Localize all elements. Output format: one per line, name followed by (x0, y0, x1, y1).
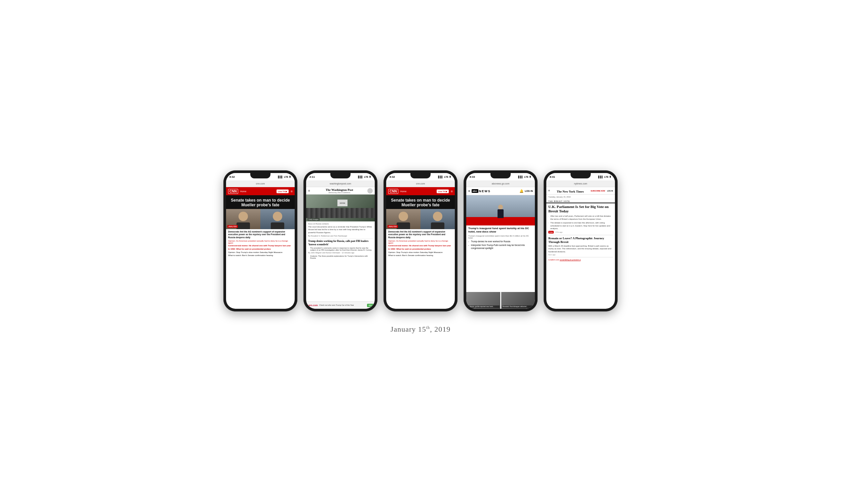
body-left-1 (237, 222, 250, 229)
cnn-1992-label-1: In 1992: (228, 248, 236, 250)
signal-icon-2: ▌▌▌ (358, 176, 363, 178)
wapo-logo-area: The Washington Post Democracy Dies in Da… (311, 188, 367, 194)
wapo-second-story: Trump denies working for Russia, calls p… (308, 238, 373, 259)
status-icons-4: ▌▌▌ LTE ▮ (518, 175, 531, 178)
cnn-opinion2-1: Opinion: Stop Trump's slow motion Saturd… (228, 251, 293, 254)
abc-figure (497, 205, 504, 218)
cnn-menu-icon-1[interactable]: ≡ (291, 190, 293, 193)
status-time-1: 8:32 (229, 175, 235, 178)
cnn-home-2[interactable]: Home (400, 190, 435, 193)
date-caption: January 15th, 2019 (391, 325, 450, 334)
abc-logo: abc NEWS (471, 189, 518, 193)
status-time-3: 8:32 (390, 175, 395, 178)
analysis-badge-1: ANALYSIS (227, 225, 238, 228)
cnn-home-1[interactable]: Home (240, 190, 275, 193)
address-bar-1[interactable]: cnn.com (226, 180, 295, 187)
address-bar-4[interactable]: abcnews.go.com (466, 180, 535, 187)
cnn-opinion-link-2[interactable]: Opinion: An American president actually … (388, 240, 453, 244)
phone-screen-cnn-1: 8:32 ▌▌▌ LTE ▮ cnn.com CNN Home Live TV … (226, 173, 295, 309)
cnn-memo-text-2: He shared one with Trump lawyers last ye… (409, 245, 451, 247)
cnn-content-2: Democrats fret the AG nominee's support … (386, 229, 455, 309)
nyt-date-bar: Tuesday, January 15, 2019 (546, 195, 615, 199)
nyt-login-btn[interactable]: LOG IN (607, 190, 613, 192)
nyt-divider-1 (548, 235, 613, 235)
abc-thumb-row: Explosion, gunfire reported near hotel..… (466, 292, 535, 309)
abc-log-in-btn[interactable]: LOG IN (525, 190, 533, 192)
wapo-ad-bar: cars.com Check out who won Trump Car of … (306, 301, 375, 309)
abc-thumb-caption-2: Revealed: How kidnapper abducted... (502, 305, 534, 308)
cnn-memo-label-1: Controversial memo: (228, 245, 248, 247)
abc-headline: Trump's inaugural fund spent lavishly at… (468, 227, 533, 234)
battery-icon-3: ▮ (449, 175, 451, 178)
nyt-time-1: 17m ago (555, 231, 563, 233)
lte-icon-3: LTE (444, 176, 448, 178)
status-bar-5: 8:41 ▌▌▌ LTE ▮ (546, 173, 615, 180)
leaders-are-text: Leaders are (548, 259, 559, 261)
status-time-4: 8:33 (469, 175, 475, 178)
nyt-bullet-2: The debate is expected to end late this … (548, 221, 613, 230)
cnn-hero-text-2: Senate takes on man to decide Mueller pr… (386, 195, 455, 209)
nyt-main-headline: U.K. Parliament Is Set for Big Vote on B… (548, 205, 613, 213)
cnn-memo-label-2: Controversial memo: (388, 245, 408, 247)
battery-icon-2: ▮ (370, 175, 371, 178)
cnn-article-body-2: Democrats fret the AG nominee's support … (388, 231, 453, 239)
person-right-2 (420, 209, 455, 229)
cnn-1992-1: In 1992: What he said on presidential pr… (228, 248, 293, 251)
abc-nav: ≡ abc NEWS 🔔 LOG IN (466, 187, 535, 195)
cnn-watch-2: What to watch: Barr's Senate confirmatio… (388, 254, 453, 257)
cnn-memo-1: Controversial memo: He shared one with T… (228, 245, 293, 247)
address-bar-2[interactable]: washingtonpost.com (306, 180, 375, 187)
abc-bell-icon[interactable]: 🔔 (519, 189, 524, 193)
wapo-body: The court documents serve as a reminder … (308, 226, 373, 234)
phone-cnn-1: 8:32 ▌▌▌ LTE ▮ cnn.com CNN Home Live TV … (223, 170, 297, 311)
abc-badge: abc (471, 189, 478, 193)
nyt-leaders-text: Leaders are scrambling to prevent a (548, 259, 613, 261)
wapo-nav: ≡ The Washington Post Democracy Dies in … (306, 187, 375, 195)
phone-cnn-2: 8:32 ▌▌▌ LTE ▮ cnn.com CNN Home Live TV … (383, 170, 458, 311)
abc-bullet-2: Interpreter from Trump-Putin summit may … (468, 244, 533, 250)
date-text: January 15 (391, 325, 426, 333)
cnn-live-tv-2[interactable]: Live TV ▶ (437, 190, 449, 193)
lte-icon-5: LTE (604, 176, 608, 178)
phone-screen-nyt: 8:41 ▌▌▌ LTE ▮ nytimes.com ≡ The New Yor… (546, 173, 615, 309)
abc-red-carpet (466, 217, 535, 226)
abc-menu-icon[interactable]: ≡ (468, 189, 470, 193)
wapo-avatar[interactable] (367, 188, 373, 194)
cnn-logo-1: CNN (228, 189, 238, 194)
wapo-bullet: Analysis: The three possible explanation… (308, 255, 373, 259)
wapo-second-body: The president's comments came in respons… (308, 247, 373, 251)
cnn-watch-1: What to watch: Barr's Senate confirmatio… (228, 254, 293, 257)
person-right-1 (260, 209, 295, 229)
nyt-date: Tuesday, January 15, 2019 (548, 196, 570, 198)
wapo-ad-text: Check out who won Trump Car of the Year (319, 304, 366, 306)
cnn-menu-icon-2[interactable]: ≡ (451, 190, 453, 193)
cnn-hero-img-1: ANALYSIS (226, 209, 295, 229)
wapo-ad-btn[interactable]: GO (367, 304, 373, 307)
status-time-5: 8:41 (550, 175, 555, 178)
nyt-menu-icon[interactable]: ≡ (548, 189, 550, 192)
cnn-live-tv-1[interactable]: Live TV ▶ (276, 190, 289, 193)
cnn-opinion-link-1[interactable]: Opinion: An American president actually … (228, 240, 293, 244)
wapo-hero-img: DEFEND Getty Images (306, 195, 375, 221)
address-bar-3[interactable]: cnn.com (386, 180, 455, 187)
status-icons-1: ▌▌▌ LTE ▮ (278, 175, 291, 178)
wapo-menu-icon[interactable]: ≡ (308, 189, 310, 193)
cnn-hero-text-1: Senate takes on man to decide Mueller pr… (226, 195, 295, 209)
url-5: nytimes.com (574, 182, 587, 185)
url-3: cnn.com (416, 182, 425, 185)
head-right-2 (433, 212, 442, 221)
body-right-2 (431, 222, 444, 229)
abc-podium-img (466, 195, 535, 226)
status-bar-1: 8:32 ▌▌▌ LTE ▮ (226, 173, 295, 180)
nyt-second-headline: Remain or Leave? A Photographic Journey … (548, 236, 613, 244)
nyt-subscribe-btn[interactable]: SUBSCRIBE NOW (591, 190, 605, 192)
phone-nyt: 8:41 ▌▌▌ LTE ▮ nytimes.com ≡ The New Yor… (544, 170, 618, 311)
phone-abc: 8:33 ▌▌▌ LTE ▮ abcnews.go.com ≡ abc NEWS… (464, 170, 537, 311)
cnn-nav-2: CNN Home Live TV ▶ ≡ (386, 187, 455, 195)
address-bar-5[interactable]: nytimes.com (546, 180, 615, 187)
wapo-logo: The Washington Post (311, 188, 367, 192)
status-bar-3: 8:32 ▌▌▌ LTE ▮ (386, 173, 455, 180)
date-year: , 2019 (430, 325, 450, 333)
abc-sub: Trump's inaugural committee spent more t… (468, 235, 533, 239)
body-right-1 (271, 222, 284, 229)
